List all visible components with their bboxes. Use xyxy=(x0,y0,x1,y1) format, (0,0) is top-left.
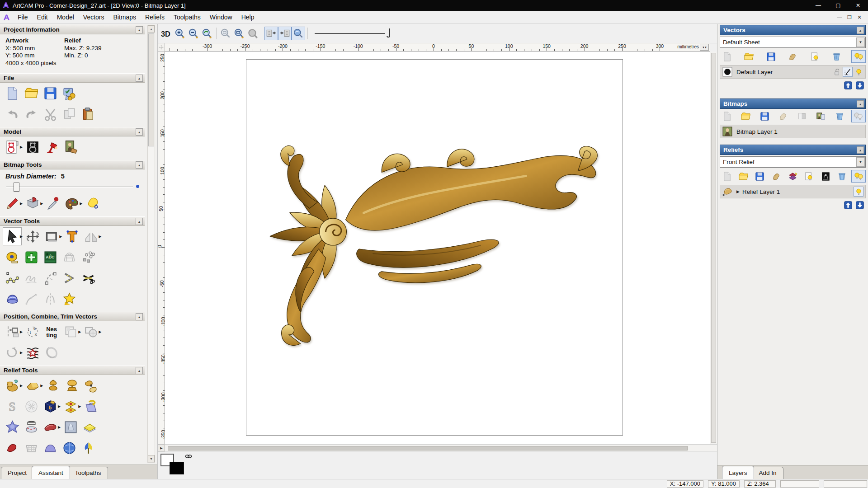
mdi-minimize-button[interactable]: — xyxy=(835,13,844,22)
create-relief-plane-button[interactable] xyxy=(23,376,42,394)
menu-reliefs[interactable]: Reliefs xyxy=(141,11,169,23)
slider-handle[interactable] xyxy=(386,28,392,39)
collapse-panel-button[interactable]: ▲ xyxy=(857,100,864,108)
align-vectors-button[interactable] xyxy=(3,323,22,341)
menu-window[interactable]: Window xyxy=(205,11,237,23)
flyout-arrow-icon[interactable]: ▶ xyxy=(99,235,101,239)
collapse-section-button[interactable]: ▲ xyxy=(136,75,143,82)
flyout-arrow-icon[interactable]: ▶ xyxy=(78,404,81,408)
create-rectangle-button[interactable] xyxy=(42,227,61,245)
bitmap-fade-slider[interactable] xyxy=(315,27,392,40)
create-text-button[interactable] xyxy=(62,227,81,245)
menu-model[interactable]: Model xyxy=(52,11,79,23)
drawing-viewport[interactable] xyxy=(165,52,710,444)
vector-layer-row[interactable]: Default Layer xyxy=(720,65,866,79)
zoom-in-button[interactable] xyxy=(173,27,187,40)
dome-relief-button[interactable] xyxy=(62,376,81,394)
move-layer-up-button[interactable] xyxy=(843,200,853,210)
dropdown-arrow-icon[interactable]: ▼ xyxy=(856,157,865,167)
flyout-arrow-icon[interactable]: ▶ xyxy=(40,384,43,388)
copy-bitmap-layer-button[interactable] xyxy=(814,110,828,122)
move-layer-down-button[interactable] xyxy=(855,200,865,210)
create-arc-button[interactable] xyxy=(41,269,60,287)
collapse-section-button[interactable]: ▲ xyxy=(136,218,143,225)
vertical-scrollbar[interactable] xyxy=(710,52,717,444)
mdi-close-button[interactable]: ✕ xyxy=(854,13,864,22)
scroll-left-button[interactable]: ▶ xyxy=(158,445,165,451)
scroll-down-button[interactable]: ▼ xyxy=(148,455,155,462)
tab-layers[interactable]: Layers xyxy=(722,466,754,479)
texture-relief-button[interactable] xyxy=(3,418,22,436)
texture-text-button[interactable]: ABC xyxy=(41,248,60,266)
model-wizard-button[interactable] xyxy=(60,84,79,102)
layer-colour-swatch-icon[interactable] xyxy=(722,66,733,77)
all-relief-layers-on-button[interactable] xyxy=(851,170,866,183)
move-layer-up-button[interactable] xyxy=(843,80,853,90)
dropdown-arrow-icon[interactable]: ▼ xyxy=(856,38,865,47)
bitmap-layer-row[interactable]: Bitmap Layer 1 xyxy=(720,125,866,138)
zoom-out-button[interactable] xyxy=(187,27,200,40)
flyout-arrow-icon[interactable]: ▶ xyxy=(20,351,23,355)
tab-toolpaths[interactable]: Toolpaths xyxy=(68,467,108,479)
load-image-button[interactable] xyxy=(61,138,80,156)
toggle-vector-view-button[interactable] xyxy=(278,27,292,40)
assistant-scrollbar[interactable]: ▲ ▼ xyxy=(147,25,155,463)
flyout-arrow-icon[interactable]: ▶ xyxy=(20,235,23,239)
menu-edit[interactable]: Edit xyxy=(33,11,52,23)
delete-relief-layer-button[interactable] xyxy=(835,170,849,183)
set-model-size-button[interactable] xyxy=(3,138,22,156)
ruler-units-button[interactable]: ▼▼ xyxy=(700,44,709,51)
menu-help[interactable]: Help xyxy=(237,11,259,23)
relief-clipart-library-button[interactable]: b xyxy=(41,397,60,415)
offset-relief-button[interactable] xyxy=(80,418,99,436)
flood-fill-button[interactable] xyxy=(83,194,102,212)
relief-pipeline-dropdown[interactable]: Front Relief ▼ xyxy=(720,156,866,168)
horizontal-scrollbar[interactable]: ▶ xyxy=(158,444,717,451)
scrollbar-thumb[interactable] xyxy=(148,33,154,146)
flyout-arrow-icon[interactable]: ▶ xyxy=(78,330,81,334)
collapse-panel-button[interactable]: ▲ xyxy=(857,27,864,34)
scroll-up-button[interactable]: ▲ xyxy=(148,25,155,33)
flyout-arrow-icon[interactable]: ▶ xyxy=(99,330,101,334)
flyout-arrow-icon[interactable]: ▶ xyxy=(20,330,23,334)
collapse-section-button[interactable]: ▲ xyxy=(136,128,143,136)
flyout-arrow-icon[interactable]: ▶ xyxy=(20,202,23,206)
open-model-button[interactable] xyxy=(22,84,41,102)
layer-visibility-button[interactable] xyxy=(854,67,863,77)
delete-vector-layer-button[interactable] xyxy=(830,50,844,63)
save-model-button[interactable] xyxy=(41,84,60,102)
flyout-arrow-icon[interactable]: ▶ xyxy=(20,384,23,388)
slider-track[interactable] xyxy=(6,187,133,188)
new-model-button[interactable] xyxy=(3,84,22,102)
slider-handle[interactable] xyxy=(14,183,19,192)
all-bitmap-layers-on-button[interactable] xyxy=(851,110,866,122)
merge-relief-layers-button[interactable] xyxy=(769,170,783,183)
collapse-panel-button[interactable]: ▲ xyxy=(857,146,864,154)
shape-editor-button[interactable] xyxy=(43,376,62,394)
scrollbar-thumb[interactable] xyxy=(711,53,716,443)
preview-relief-button[interactable] xyxy=(292,27,305,40)
delete-bitmap-layer-button[interactable] xyxy=(832,110,847,122)
close-button[interactable]: ✕ xyxy=(848,0,868,11)
collapse-section-button[interactable]: ▲ xyxy=(136,367,143,374)
flyout-arrow-icon[interactable]: ▶ xyxy=(80,202,82,206)
brush-diameter-slider[interactable] xyxy=(5,182,139,192)
layer-name[interactable]: Relief Layer 1 xyxy=(742,188,780,195)
sculpt-texture-button[interactable] xyxy=(61,418,80,436)
interactive-sculpting-button[interactable] xyxy=(3,376,22,394)
offset-relief-copy-button[interactable] xyxy=(61,397,80,415)
fluting-button[interactable] xyxy=(23,343,42,361)
two-rail-ring-button[interactable] xyxy=(41,418,60,436)
paint-button[interactable] xyxy=(3,194,22,212)
pick-colour-button[interactable] xyxy=(43,194,62,212)
import-vectors-button[interactable] xyxy=(786,50,800,63)
menu-toolpaths[interactable]: Toolpaths xyxy=(169,11,205,23)
layer-name[interactable]: Bitmap Layer 1 xyxy=(736,128,778,135)
maximize-button[interactable]: ▢ xyxy=(828,0,848,11)
relief-layer-row[interactable]: ▶ Relief Layer 1 xyxy=(720,185,866,198)
save-vector-layer-button[interactable] xyxy=(764,50,778,63)
create-star-button[interactable] xyxy=(60,290,79,308)
nesting-button[interactable]: Nesting xyxy=(42,323,61,341)
open-vector-layer-button[interactable] xyxy=(742,50,756,63)
zoom-previous-button[interactable] xyxy=(200,27,214,40)
